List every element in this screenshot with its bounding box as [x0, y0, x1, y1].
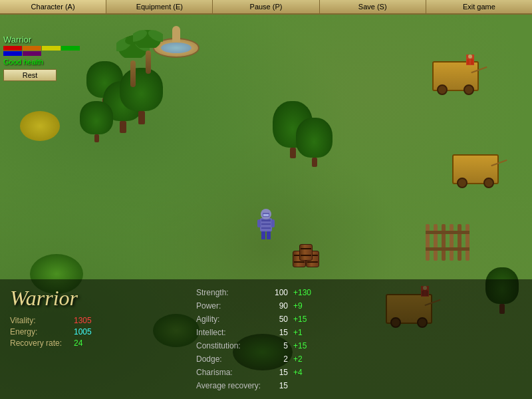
bar-seg-4: [61, 46, 80, 51]
stat-bonus-2: +15: [293, 315, 307, 324]
recovery-row: Recovery rate: 24: [10, 338, 190, 348]
energy-label: Energy:: [10, 327, 70, 336]
svg-rect-32: [426, 231, 469, 234]
cart-2-body: [452, 154, 499, 184]
stat-value-2: 50: [268, 315, 288, 324]
stats-panel: Warrior Vitality: 1305 Energy: 1005 Reco…: [0, 279, 532, 399]
menu-save[interactable]: Save (S): [320, 0, 426, 13]
stat-value-3: 15: [268, 328, 288, 337]
stat-bonus-1: +9: [293, 301, 303, 311]
stat-name-2: Agility:: [196, 315, 263, 324]
svg-rect-7: [261, 230, 265, 239]
menu-exit[interactable]: Exit game: [426, 0, 532, 13]
menu-pause[interactable]: Pause (P): [213, 0, 319, 13]
barrels: [293, 244, 326, 271]
rest-button[interactable]: Rest: [3, 69, 57, 81]
stat-row-5: Dodge:2+2: [196, 353, 522, 366]
bar-seg-3: [42, 46, 61, 51]
stat-value-1: 90: [268, 301, 288, 311]
menu-bar: Character (A) Equipment (E) Pause (P) Sa…: [0, 0, 532, 15]
stat-name-3: Intellect:: [196, 328, 263, 337]
tree-3-trunk: [94, 134, 99, 142]
palm-leaves-2: [133, 28, 163, 51]
cart-1: [432, 61, 479, 91]
stat-row-4: Constitution:5+15: [196, 340, 522, 352]
stat-value-0: 100: [268, 288, 288, 297]
svg-rect-29: [450, 224, 454, 261]
fence: [426, 221, 479, 277]
game-world: Warrior Good health Rest: [0, 15, 532, 399]
vitality-value: 1305: [74, 316, 92, 325]
energy-row: Energy: 1005: [10, 327, 190, 336]
svg-rect-28: [442, 224, 446, 261]
stat-row-7: Average recovery:15: [196, 380, 522, 392]
tree-3: [80, 101, 113, 142]
stat-value-4: 5: [268, 341, 288, 350]
cart-1-enemy: [466, 55, 474, 65]
cart-1-wheel-right: [464, 84, 474, 95]
svg-rect-13: [257, 219, 261, 227]
bar-seg-1: [3, 46, 22, 51]
svg-rect-33: [426, 247, 469, 251]
stat-bonus-0: +130: [293, 288, 311, 297]
stat-row-6: Charisma:15+4: [196, 366, 522, 379]
svg-rect-10: [261, 219, 271, 221]
stat-bonus-6: +4: [293, 368, 303, 377]
stat-value-6: 15: [268, 368, 288, 377]
svg-rect-20: [467, 59, 469, 65]
cart-1-spear: [471, 66, 487, 73]
palm-tree-2: [133, 28, 163, 74]
stat-bonus-4: +15: [293, 341, 307, 350]
stat-bonus-5: +2: [293, 354, 303, 364]
svg-point-18: [468, 55, 472, 59]
hud-char-name: Warrior: [3, 35, 110, 45]
cart-2-wheel-right: [483, 178, 494, 188]
stat-name-1: Power:: [196, 301, 263, 311]
cart-2-spear: [491, 160, 507, 166]
svg-rect-31: [466, 224, 469, 261]
cart-2: [452, 154, 499, 184]
bar-seg-2: [23, 46, 41, 51]
recovery-value: 24: [74, 338, 82, 348]
svg-rect-26: [426, 224, 430, 261]
svg-rect-12: [261, 227, 271, 229]
stat-row-0: Strength:100+130: [196, 286, 522, 299]
tree-4-trunk: [138, 111, 145, 124]
stat-row-1: Power:90+9: [196, 299, 522, 312]
tree-6: [296, 118, 332, 167]
bar-seg-6: [23, 51, 41, 56]
stats-attributes-panel: Strength:100+130Power:90+9Agility:50+15I…: [190, 286, 522, 392]
energy-value: 1005: [74, 327, 92, 336]
stat-name-6: Charisma:: [196, 368, 263, 377]
stat-bonus-3: +1: [293, 328, 303, 337]
vitality-label: Vitality:: [10, 316, 70, 325]
cart-1-body: [432, 61, 479, 91]
stat-name-4: Constitution:: [196, 341, 263, 350]
stat-name-0: Strength:: [196, 288, 263, 297]
palm-trunk-2: [146, 51, 151, 74]
svg-rect-14: [271, 219, 275, 227]
tree-6-top: [296, 118, 332, 158]
menu-equipment[interactable]: Equipment (E): [106, 0, 213, 13]
recovery-label: Recovery rate:: [10, 338, 70, 348]
stat-row-2: Agility:50+15: [196, 313, 522, 325]
fountain-water: [161, 43, 192, 53]
stats-left-panel: Warrior Vitality: 1305 Energy: 1005 Reco…: [10, 286, 190, 392]
bar-seg-5: [3, 51, 22, 56]
stat-value-7: 15: [268, 381, 288, 390]
char-title: Warrior: [10, 286, 190, 311]
menu-character[interactable]: Character (A): [0, 0, 106, 13]
stat-value-5: 2: [268, 354, 288, 364]
svg-rect-27: [434, 224, 438, 261]
stat-name-5: Dodge:: [196, 354, 263, 364]
health-label: Good health: [3, 58, 110, 66]
hud-panel: Warrior Good health Rest: [3, 35, 110, 81]
health-bars: [3, 46, 110, 56]
tree-6-trunk: [312, 158, 317, 167]
character-sprite: [256, 207, 276, 242]
fountain-center: [172, 26, 180, 42]
svg-rect-17: [263, 214, 269, 216]
barrel-3: [299, 244, 313, 261]
svg-rect-8: [267, 230, 271, 239]
cart-2-wheel-left: [457, 178, 467, 188]
